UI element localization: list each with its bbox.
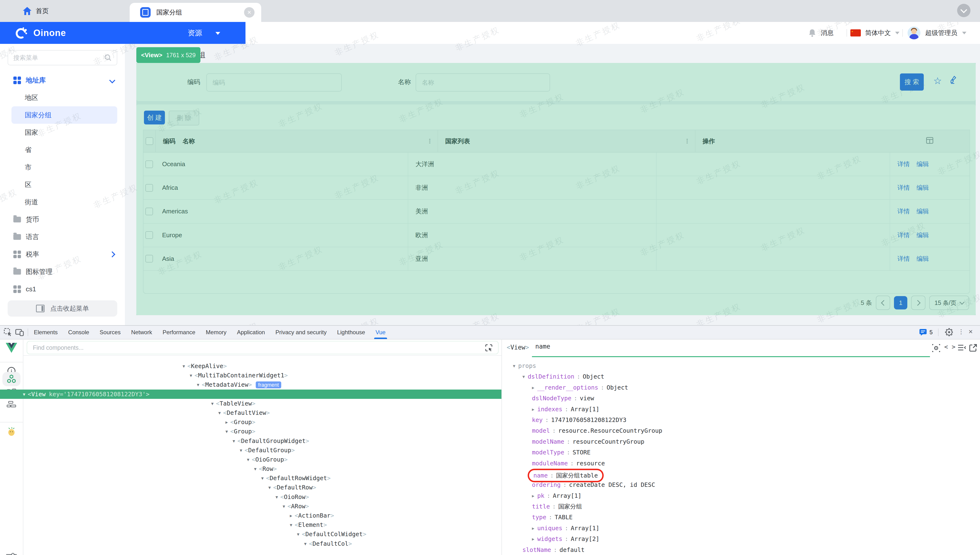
tree-arrow-icon[interactable]: ▼ xyxy=(290,523,292,527)
detail-link[interactable]: 详情 xyxy=(897,207,910,215)
inspect-element-icon[interactable] xyxy=(4,328,13,337)
sidebar-menu-item[interactable]: 货币 xyxy=(0,211,125,228)
sidebar-menu-item[interactable]: 市 xyxy=(0,159,125,176)
tree-arrow-icon[interactable]: ▼ xyxy=(247,457,249,462)
prop-row[interactable]: slotName:default xyxy=(502,544,980,555)
tree-arrow-icon[interactable]: ▼ xyxy=(226,429,228,434)
console-drawer-icon[interactable] xyxy=(919,328,927,336)
sidebar-menu-item[interactable]: 国家分组 xyxy=(11,106,117,124)
tab-close-icon[interactable]: × xyxy=(244,7,255,18)
devtools-more-kebab-icon[interactable]: ⋮ xyxy=(958,328,964,335)
tree-arrow-icon[interactable]: ▼ xyxy=(232,439,235,443)
prop-row[interactable]: ▶__render__options:Object xyxy=(502,382,980,393)
prop-row[interactable]: ▶indexes:Array[1] xyxy=(502,404,980,415)
prop-row[interactable]: dslNodeType:view xyxy=(502,393,980,404)
filter-list-icon[interactable] xyxy=(958,344,966,351)
collapse-menu-button[interactable]: 点击收起菜单 xyxy=(8,300,117,317)
favorite-star-icon[interactable]: ☆ xyxy=(933,75,942,86)
tree-node[interactable]: ▶<Group> xyxy=(23,417,501,427)
detail-link[interactable]: 详情 xyxy=(897,255,910,263)
prop-row[interactable]: type:TABLE xyxy=(502,512,980,523)
prop-row[interactable]: ▼dslDefinition:Object xyxy=(502,371,980,382)
devtools-tab[interactable]: Network xyxy=(126,326,157,339)
tree-node[interactable]: ▼<OioRow> xyxy=(23,492,501,502)
row-checkbox-cell[interactable] xyxy=(144,208,155,215)
current-page[interactable]: 1 xyxy=(894,296,907,310)
devtools-tab[interactable]: Lighthouse xyxy=(332,326,370,339)
devtools-tab[interactable]: Vue xyxy=(370,326,391,339)
tree-node[interactable]: ▼<DefaultGroup> xyxy=(23,446,501,455)
notify-area[interactable]: 消息 xyxy=(809,22,834,44)
sidebar-menu-item[interactable]: 国家 xyxy=(0,124,125,141)
tree-arrow-icon[interactable]: ▼ xyxy=(261,476,264,481)
tree-node[interactable]: ▼<ARow> xyxy=(23,502,501,511)
tree-node[interactable]: ▼<OioGroup> xyxy=(23,455,501,464)
tree-node[interactable]: ▼<DefaultCol> xyxy=(23,539,501,548)
tree-node[interactable]: ▼<Viewkey='174710760581208122DY3'> xyxy=(0,390,501,399)
tab-search-chevron-icon[interactable] xyxy=(957,4,970,17)
open-in-editor-icon[interactable] xyxy=(969,344,977,352)
tree-arrow-icon[interactable]: ▼ xyxy=(183,364,185,369)
table-header-cell[interactable]: 名称 ⋮ xyxy=(175,130,437,152)
row-checkbox-cell[interactable] xyxy=(144,160,155,168)
vue-settings-sliders-icon[interactable] xyxy=(6,553,17,555)
tree-arrow-icon[interactable]: ▼ xyxy=(197,382,199,387)
sidebar-menu-item[interactable]: 税率 xyxy=(0,245,125,263)
sidebar-menu-item[interactable]: 图标管理 xyxy=(0,263,125,281)
prop-row[interactable]: model:resource.ResourceCountryGroup xyxy=(502,425,980,436)
table-header-cell[interactable]: 操作 xyxy=(695,130,937,152)
tree-arrow-icon[interactable]: ▼ xyxy=(297,532,299,537)
edit-link[interactable]: 编辑 xyxy=(916,231,929,239)
props-filter-input[interactable]: name xyxy=(535,343,550,350)
sidebar-menu-item[interactable]: 省 xyxy=(0,141,125,159)
table-row[interactable]: Americas 美洲 详情 编辑 xyxy=(144,200,969,223)
tree-node[interactable]: ▶<ActionBar> xyxy=(23,511,501,520)
sidebar-menu-item[interactable]: 区 xyxy=(0,176,125,193)
find-components-input[interactable]: Find components... xyxy=(27,341,499,354)
sidebar-menu-item[interactable]: 地址库 xyxy=(0,72,125,89)
prop-row[interactable]: ▶pk:Array[1] xyxy=(502,491,980,501)
tree-arrow-icon[interactable]: ▼ xyxy=(218,411,221,415)
prop-arrow-icon[interactable]: ▼ xyxy=(513,364,515,368)
prop-row[interactable]: title:国家分组 xyxy=(502,501,980,512)
prev-page-button[interactable] xyxy=(876,296,890,310)
checkbox[interactable] xyxy=(146,231,153,239)
table-header-cell[interactable]: 国家列表 ⋮ xyxy=(437,130,695,152)
module-switcher[interactable]: 资源 xyxy=(188,28,202,38)
tree-node[interactable]: ▼<DefaultView> xyxy=(23,408,501,417)
row-checkbox-cell[interactable] xyxy=(144,231,155,239)
table-row[interactable]: Asia 亚洲 详情 编辑 xyxy=(144,247,969,271)
tree-node[interactable]: ▼<TableView> xyxy=(23,399,501,408)
devtools-tab[interactable]: Privacy and security xyxy=(270,326,332,339)
column-menu-icon[interactable]: ⋮ xyxy=(427,138,433,145)
search-button[interactable]: 搜 索 xyxy=(900,74,924,91)
inspect-dom-icon[interactable]: < > xyxy=(944,343,956,350)
checkbox[interactable] xyxy=(146,184,153,192)
detail-link[interactable]: 详情 xyxy=(897,184,910,192)
devtools-tab[interactable]: Sources xyxy=(94,326,126,339)
tree-arrow-icon[interactable]: ▶ xyxy=(226,420,228,425)
table-row[interactable]: Africa 非洲 详情 编辑 xyxy=(144,176,969,200)
page-size-select[interactable]: 15 条/页 xyxy=(929,296,969,310)
tree-node[interactable]: ▼<Element> xyxy=(23,520,501,529)
device-toolbar-icon[interactable] xyxy=(15,328,24,337)
sidebar-menu-item[interactable]: cs1 xyxy=(0,281,125,298)
prop-row[interactable]: ▶widgets:Array[2] xyxy=(502,534,980,544)
components-hexagons-icon[interactable] xyxy=(7,374,16,384)
tree-arrow-icon[interactable]: ▼ xyxy=(23,392,25,397)
delete-button[interactable]: 删 除 xyxy=(169,111,199,125)
header-checkbox-cell[interactable] xyxy=(144,137,155,145)
pinia-pineapple-icon[interactable] xyxy=(7,427,16,436)
edit-link[interactable]: 编辑 xyxy=(916,255,929,263)
column-menu-icon[interactable]: ⋮ xyxy=(684,138,690,145)
prop-row[interactable]: modelType:STORE xyxy=(502,447,980,458)
menu-search-input[interactable]: 搜索菜单 xyxy=(8,50,117,65)
next-page-button[interactable] xyxy=(911,296,926,310)
clear-brush-icon[interactable] xyxy=(950,76,958,84)
table-header-cell[interactable]: 编码 ⋮ xyxy=(155,130,175,152)
tree-arrow-icon[interactable]: ▼ xyxy=(254,467,256,471)
checkbox[interactable] xyxy=(146,160,153,168)
tree-node[interactable]: ▼<KeepAlive> xyxy=(23,361,501,371)
browser-active-tab[interactable]: 国家分组 × xyxy=(130,3,261,22)
sidebar-menu-item[interactable]: 地区 xyxy=(0,89,125,106)
